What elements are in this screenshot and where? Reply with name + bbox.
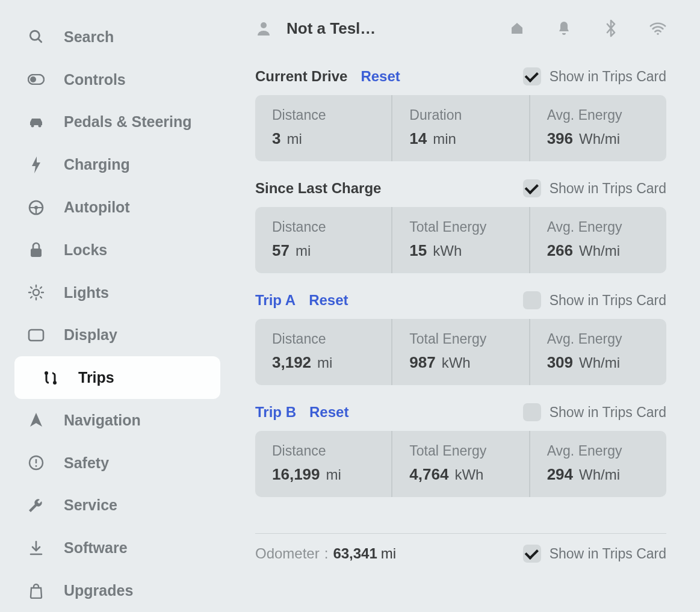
checkbox-label: Show in Trips Card [550, 69, 666, 85]
stat-unit: kWh [454, 466, 483, 483]
show-in-trips-checkbox[interactable] [523, 403, 541, 421]
stat-unit: mi [326, 466, 341, 483]
show-in-trips-checkbox[interactable] [523, 545, 541, 563]
sidebar-item-navigation[interactable]: Navigation [0, 399, 235, 442]
stat-value: 294 [547, 465, 573, 484]
stat-card: Avg. Energy 294 Wh/mi [530, 431, 666, 497]
toggle-icon [28, 71, 45, 88]
stat-label: Distance [272, 107, 374, 123]
show-in-trips-checkbox[interactable] [523, 67, 541, 85]
stat-value: 396 [547, 129, 573, 148]
checkbox-label: Show in Trips Card [550, 292, 666, 309]
sidebar-item-software[interactable]: Software [0, 527, 235, 569]
bolt-icon [28, 156, 45, 173]
stat-card: Total Energy 4,764 kWh [392, 431, 530, 497]
sidebar-item-autopilot[interactable]: Autopilot [0, 186, 235, 229]
svg-point-4 [31, 124, 34, 127]
sidebar-item-label: Software [64, 539, 128, 557]
stat-card: Distance 57 mi [255, 207, 392, 273]
main-content: Not a Tesl… Current Drive [235, 0, 700, 612]
section-title-link[interactable]: Trip A [255, 292, 296, 309]
stat-cards: Distance 57 mi Total Energy 15 kWh Avg. … [255, 207, 666, 273]
stat-value: 16,199 [272, 465, 320, 484]
display-icon [28, 327, 45, 344]
sidebar-item-label: Upgrades [64, 582, 133, 599]
svg-point-7 [34, 206, 38, 209]
reset-button[interactable]: Reset [361, 68, 400, 85]
sidebar-item-label: Trips [78, 369, 114, 386]
profile-button[interactable]: Not a Tesl… [255, 19, 376, 38]
stat-card: Distance 3,192 mi [255, 319, 392, 385]
reset-button[interactable]: Reset [309, 404, 348, 421]
stat-unit: mi [317, 354, 332, 371]
checkbox-label: Show in Trips Card [550, 404, 666, 421]
stat-label: Duration [409, 107, 512, 123]
stat-value: 14 [409, 129, 427, 148]
odometer-value: 63,341 [333, 545, 377, 562]
section-title-link[interactable]: Trip B [255, 404, 296, 421]
sidebar-item-label: Charging [64, 156, 130, 173]
stat-card: Avg. Energy 396 Wh/mi [530, 95, 666, 161]
reset-button[interactable]: Reset [309, 292, 348, 309]
stat-unit: Wh/mi [579, 243, 620, 259]
show-in-trips-checkbox[interactable] [523, 179, 541, 197]
section-trip-b: Trip B Reset Show in Trips Card Distance… [255, 403, 666, 497]
stat-label: Total Energy [409, 443, 512, 459]
car-icon [28, 114, 45, 131]
svg-point-3 [30, 76, 36, 82]
stat-card: Duration 14 min [392, 95, 530, 161]
wrench-icon [28, 497, 45, 514]
stat-cards: Distance 3 mi Duration 14 min Avg. Energ… [255, 95, 666, 161]
stat-label: Total Energy [409, 219, 512, 235]
stat-card: Avg. Energy 309 Wh/mi [530, 319, 666, 385]
stat-label: Avg. Energy [547, 443, 649, 459]
stat-unit: Wh/mi [579, 466, 620, 483]
svg-line-16 [40, 287, 42, 288]
stat-label: Avg. Energy [547, 219, 649, 235]
stat-label: Total Energy [409, 331, 512, 347]
section-since-last-charge: Since Last Charge Show in Trips Card Dis… [255, 179, 666, 273]
sidebar-item-lights[interactable]: Lights [0, 271, 235, 314]
sidebar-item-upgrades[interactable]: Upgrades [0, 569, 235, 612]
svg-point-26 [261, 22, 267, 28]
sidebar-item-search[interactable]: Search [0, 16, 235, 58]
profile-name: Not a Tesl… [287, 19, 376, 38]
sidebar-item-trips[interactable]: Trips [14, 356, 220, 399]
bell-icon[interactable] [556, 20, 572, 37]
sidebar-item-label: Autopilot [64, 199, 130, 216]
light-icon [28, 284, 45, 301]
sidebar-item-safety[interactable]: Safety [0, 442, 235, 484]
show-in-trips-checkbox[interactable] [523, 291, 541, 309]
divider [255, 533, 666, 534]
trips-icon [42, 369, 59, 386]
sidebar-item-service[interactable]: Service [0, 484, 235, 527]
sidebar-item-charging[interactable]: Charging [0, 143, 235, 186]
sidebar-item-locks[interactable]: Locks [0, 229, 235, 271]
stat-unit: mi [296, 243, 311, 259]
section-current-drive: Current Drive Reset Show in Trips Card D… [255, 67, 666, 161]
stat-label: Distance [272, 331, 374, 347]
sidebar-item-pedals-steering[interactable]: Pedals & Steering [0, 101, 235, 144]
svg-point-29 [657, 33, 658, 35]
stat-value: 3,192 [272, 353, 311, 372]
odometer-unit: mi [381, 545, 396, 562]
bag-icon [28, 583, 45, 599]
stat-value: 987 [409, 353, 435, 372]
stat-label: Distance [272, 219, 374, 235]
checkbox-label: Show in Trips Card [550, 546, 666, 562]
homelink-icon[interactable] [509, 20, 525, 37]
sidebar-item-controls[interactable]: Controls [0, 58, 235, 101]
stat-label: Avg. Energy [547, 331, 649, 347]
sidebar-item-display[interactable]: Display [0, 314, 235, 356]
topbar: Not a Tesl… [255, 12, 666, 45]
odometer-row: Odometer : 63,341 mi Show in Trips Card [255, 545, 666, 563]
wifi-icon[interactable] [649, 20, 666, 37]
checkbox-label: Show in Trips Card [550, 181, 666, 197]
sidebar-item-label: Search [64, 28, 114, 46]
sidebar-item-label: Pedals & Steering [64, 113, 192, 131]
svg-line-15 [40, 297, 42, 298]
user-icon [255, 20, 272, 37]
sidebar: Search Controls Pedals & Steering Chargi… [0, 0, 235, 612]
section-title: Since Last Charge [255, 180, 381, 197]
bluetooth-icon[interactable] [602, 20, 619, 37]
